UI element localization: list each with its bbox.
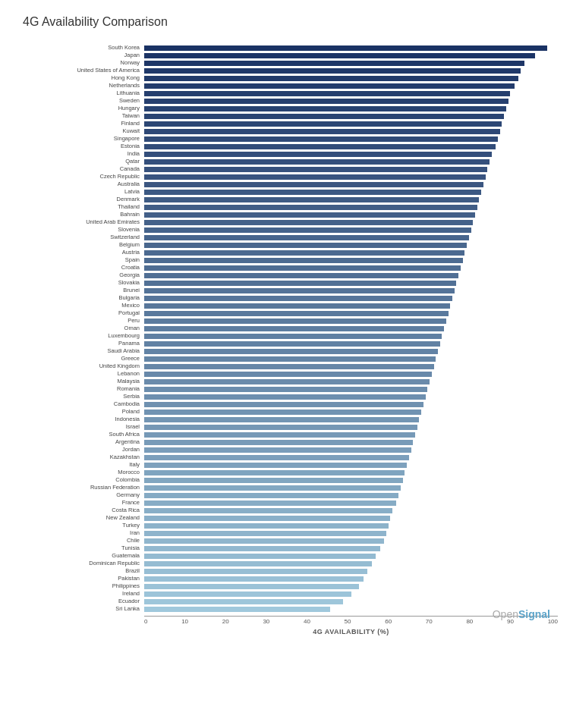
bar — [144, 265, 461, 271]
y-label: Estonia — [121, 143, 140, 150]
bar — [144, 607, 330, 612]
bar — [144, 99, 508, 104]
bar-row — [144, 408, 558, 416]
y-label: Czech Republic — [99, 173, 140, 180]
x-tick: 30 — [263, 618, 269, 625]
bar — [144, 478, 403, 483]
bar — [144, 417, 419, 422]
y-label: Kuwait — [122, 127, 140, 135]
bar — [144, 500, 396, 506]
bar — [144, 546, 380, 551]
y-label: Israel — [126, 423, 140, 431]
bar — [144, 379, 430, 384]
bar-row — [144, 544, 558, 552]
y-label: Switzerland — [110, 234, 140, 241]
y-label: Austria — [122, 249, 140, 256]
y-label: Canada — [120, 165, 140, 173]
y-label: Australia — [118, 180, 140, 188]
bar — [144, 493, 398, 498]
bar — [144, 243, 467, 248]
bar-row — [144, 82, 558, 89]
bar-row — [144, 355, 558, 362]
bar — [144, 554, 376, 559]
y-label: Netherlands — [109, 82, 140, 89]
opensignal-signal: Signal — [518, 608, 550, 620]
bar-row — [144, 552, 558, 560]
bar — [144, 182, 483, 187]
y-label: Latvia — [124, 188, 140, 196]
y-label: United States of America — [77, 67, 140, 74]
bar-row — [144, 173, 558, 180]
bar — [144, 470, 405, 475]
y-label: India — [128, 150, 140, 158]
bar-row — [144, 249, 558, 256]
bar-row — [144, 188, 558, 196]
y-label: Finland — [121, 120, 140, 127]
bar — [144, 167, 487, 172]
y-label: Russian Federation — [90, 484, 140, 491]
bar — [144, 592, 351, 597]
bar-row — [144, 400, 558, 408]
bar — [144, 372, 432, 377]
bar — [144, 76, 518, 81]
bar-row — [144, 582, 558, 590]
bar-row — [144, 325, 558, 332]
y-label: Italy — [129, 461, 140, 469]
bar-row — [144, 514, 558, 522]
x-tick: 20 — [222, 618, 229, 625]
y-label: Chile — [127, 537, 140, 544]
y-label: Georgia — [119, 271, 140, 279]
y-label: Luxembourg — [108, 332, 140, 340]
y-label: Slovenia — [118, 226, 140, 234]
bar — [144, 190, 481, 195]
y-label: Oman — [124, 325, 140, 332]
bar-row — [144, 67, 558, 74]
bar-row — [144, 476, 558, 484]
x-tick: 60 — [385, 618, 392, 625]
y-label: South Africa — [109, 431, 140, 438]
y-label: United Arab Emirates — [86, 218, 140, 226]
y-label: Costa Rica — [112, 507, 140, 514]
y-label: Pakistan — [118, 575, 140, 582]
y-label: Malaysia — [117, 378, 140, 385]
bar-row — [144, 362, 558, 370]
bar — [144, 106, 506, 111]
y-label: Lithuania — [117, 89, 140, 97]
chart-container: South KoreaJapanNorwayUnited States of A… — [15, 44, 558, 635]
y-label: Japan — [124, 52, 140, 59]
y-label: Qatar — [125, 158, 140, 165]
y-label: Belgium — [119, 241, 140, 249]
bar — [144, 174, 486, 180]
bar — [144, 440, 413, 445]
y-label: Sri Lanka — [115, 605, 140, 613]
y-label: Cambodia — [114, 400, 140, 408]
y-label: Saudi Arabia — [107, 347, 140, 355]
y-label: Poland — [122, 408, 140, 416]
y-label: Serbia — [123, 393, 140, 400]
y-label: South Korea — [108, 44, 140, 52]
opensignal-open: Open — [493, 608, 518, 620]
bar-row — [144, 378, 558, 385]
bar-row — [144, 393, 558, 400]
bar — [144, 508, 392, 513]
bar — [144, 356, 436, 362]
y-label: Thailand — [118, 203, 140, 211]
bar-row — [144, 560, 558, 567]
y-label: Ireland — [122, 590, 140, 598]
y-label: Bulgaria — [118, 294, 140, 302]
bar — [144, 394, 426, 400]
bar-row — [144, 271, 558, 279]
bar — [144, 129, 500, 134]
y-label: Hungary — [118, 105, 140, 112]
bar — [144, 326, 444, 331]
y-label: Norway — [121, 59, 140, 67]
bar — [144, 402, 423, 407]
bar-row — [144, 461, 558, 469]
bar-row — [144, 158, 558, 165]
y-label: Argentina — [115, 438, 140, 446]
bar-row — [144, 469, 558, 476]
bar-row — [144, 279, 558, 287]
y-label: Hong Kong — [111, 74, 140, 82]
bar-row — [144, 385, 558, 393]
x-tick: 0 — [144, 618, 147, 625]
